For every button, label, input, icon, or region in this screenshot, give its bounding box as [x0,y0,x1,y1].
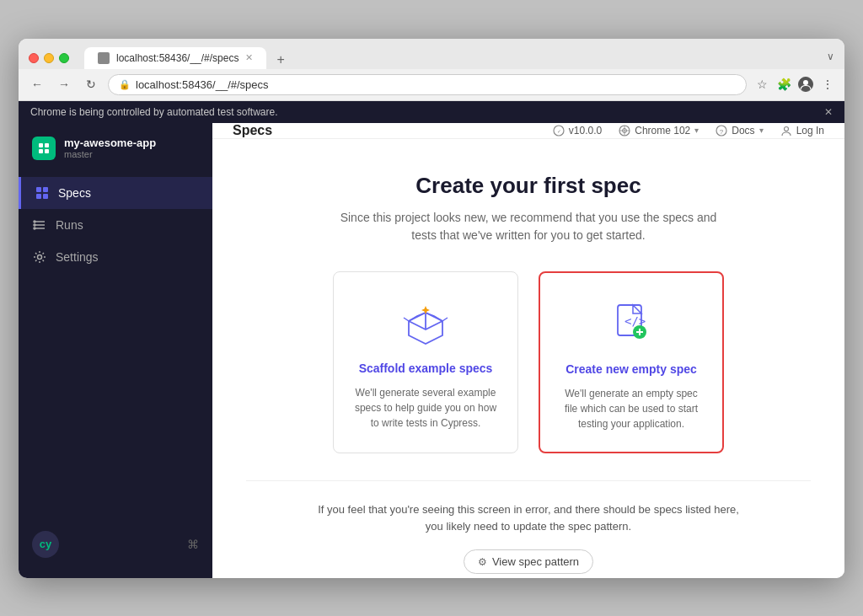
tab-bar: localhost:58436/__/#/specs ✕ + [84,47,818,69]
page-title: Specs [233,123,272,138]
browser-toolbar: ← → ↻ 🔒 localhost:58436/__/#/specs ☆ 🧩 ⋮ [19,69,844,101]
scaffold-card-desc: We'll generate several example specs to … [351,385,501,431]
browser-chevron-icon: ▾ [694,126,699,135]
svg-point-13 [34,221,35,222]
sidebar-settings-label: Settings [56,250,99,264]
error-section: If you feel that you're seeing this scre… [318,501,739,575]
traffic-lights [29,53,69,63]
svg-text:</>: </> [624,314,646,328]
app-branch: master [64,149,156,159]
svg-rect-9 [43,194,48,199]
close-button[interactable] [29,53,39,63]
scaffold-card-title: Scaffold example specs [359,362,493,375]
view-spec-pattern-button[interactable]: ⚙ View spec pattern [464,549,593,574]
svg-point-16 [38,254,42,259]
sidebar-specs-label: Specs [58,186,91,200]
window-controls-right: ∨ [827,51,834,66]
new-tab-button[interactable]: + [271,51,289,69]
svg-text:?: ? [720,127,724,135]
svg-point-14 [34,224,35,226]
svg-rect-6 [36,187,41,192]
hero-title: Create your first spec [415,173,641,199]
browser-titlebar: localhost:58436/__/#/specs ✕ + ∨ [19,39,844,69]
docs-label: Docs [732,125,754,137]
info-bar-message: Chrome is being controlled by automated … [30,106,277,118]
runs-icon [32,217,47,233]
hero-subtitle: Since this project looks new, we recomme… [326,209,731,244]
app-info: my-awesome-app master [64,137,156,159]
sidebar-nav: Specs Runs [19,170,212,524]
main-content: Specs ✓ v10.0.0 [212,123,844,578]
content-area: Create your first spec Since this projec… [212,139,844,578]
scaffold-card-icon [400,297,451,348]
tab-title: localhost:58436/__/#/specs [116,52,239,64]
minimize-button[interactable] [44,53,54,63]
svg-point-1 [803,80,808,85]
create-card-icon: </> [606,298,657,349]
view-spec-label: View spec pattern [492,555,579,568]
svg-rect-3 [45,143,49,147]
error-text: If you feel that you're seeing this scre… [318,501,739,537]
reload-button[interactable]: ↻ [81,74,101,94]
cypress-logo: cy [32,531,59,558]
info-bar: Chrome is being controlled by automated … [19,101,844,123]
spec-cards-row: Scaffold example specs We'll generate se… [333,271,724,453]
browser-text: Chrome 102 [635,125,690,137]
svg-rect-5 [45,149,49,153]
svg-rect-4 [39,149,43,153]
app-name: my-awesome-app [64,137,156,149]
main-header: Specs ✓ v10.0.0 [212,123,844,139]
bookmark-icon[interactable]: ☆ [753,76,770,93]
extension-icon[interactable]: 🧩 [775,76,792,93]
header-right: ✓ v10.0.0 Chrome 102 ▾ [553,125,824,137]
login-label: Log In [796,125,824,137]
svg-text:✓: ✓ [556,129,560,134]
svg-rect-7 [43,187,48,192]
address-bar[interactable]: 🔒 localhost:58436/__/#/specs [108,74,747,95]
login-link[interactable]: Log In [780,125,824,137]
info-bar-close-icon[interactable]: ✕ [824,106,833,118]
sidebar-item-specs[interactable]: Specs [19,177,212,209]
sidebar-footer: cy ⌘ [19,524,212,565]
sidebar-runs-label: Runs [56,218,83,232]
settings-icon [32,249,47,265]
browser-badge[interactable]: Chrome 102 ▾ [619,125,699,137]
section-divider [246,480,811,481]
menu-icon[interactable]: ⋮ [819,76,836,93]
back-button[interactable]: ← [27,74,47,94]
sidebar-item-runs[interactable]: Runs [19,209,212,241]
scaffold-card[interactable]: Scaffold example specs We'll generate se… [333,271,518,453]
sidebar: my-awesome-app master Specs [19,123,212,578]
svg-rect-8 [36,194,41,199]
specs-icon [35,185,50,201]
toolbar-icons: ☆ 🧩 ⋮ [753,76,836,93]
forward-button[interactable]: → [54,74,74,94]
active-tab[interactable]: localhost:58436/__/#/specs ✕ [84,47,266,69]
keyboard-icon: ⌘ [187,538,199,551]
docs-chevron-icon: ▾ [759,126,764,135]
maximize-button[interactable] [59,53,69,63]
lock-icon: 🔒 [119,79,131,90]
create-card-title: Create new empty spec [566,362,697,376]
docs-link[interactable]: ? Docs ▾ [716,125,763,137]
version-text: v10.0.0 [569,125,602,137]
create-card-desc: We'll generate an empty spec file which … [557,386,705,431]
app-icon [32,137,56,160]
create-empty-card[interactable]: </> Create new empty spec We'll generate… [539,271,724,453]
sidebar-item-settings[interactable]: Settings [19,241,212,273]
svg-point-15 [34,228,35,229]
svg-point-25 [784,126,788,131]
version-badge[interactable]: ✓ v10.0.0 [553,125,602,137]
sidebar-app-header: my-awesome-app master [19,123,212,170]
svg-rect-2 [39,143,43,147]
profile-icon[interactable] [797,76,814,93]
gear-icon: ⚙ [478,556,487,568]
url-text: localhost:58436/__/#/specs [136,78,269,91]
tab-close-icon[interactable]: ✕ [245,52,253,63]
tab-favicon [98,52,110,64]
app-layout: my-awesome-app master Specs [19,123,844,578]
browser-window: localhost:58436/__/#/specs ✕ + ∨ ← → ↻ 🔒… [19,39,844,578]
